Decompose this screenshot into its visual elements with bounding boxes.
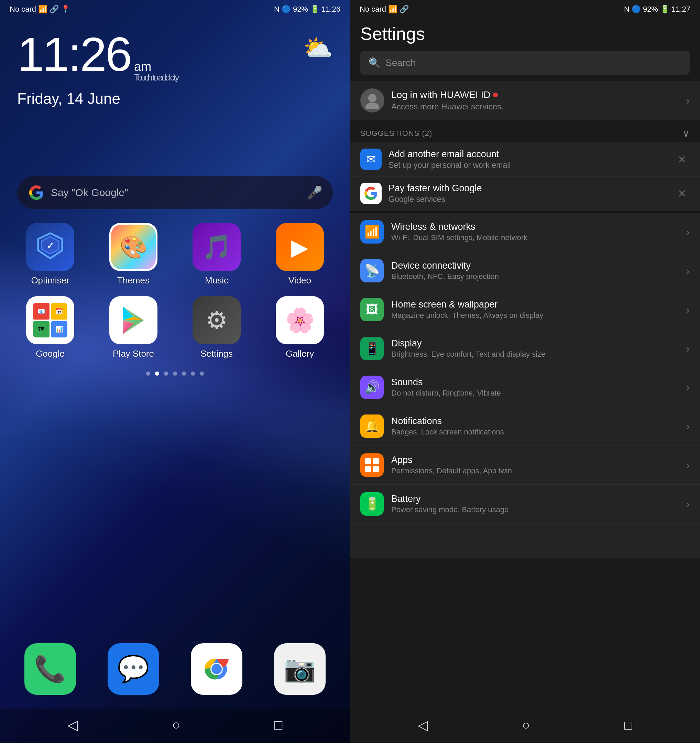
messages-icon: 💬 (108, 643, 159, 695)
app-grid-row1: ✓ Optimiser 🎨 Themes 🎵 Music ▶ (0, 216, 350, 293)
settings-time: 11:27 (672, 5, 690, 14)
wireless-icon: 📶 (360, 220, 384, 244)
svg-point-11 (368, 94, 377, 102)
google-search-bar[interactable]: Say "Ok Google" 🎤 (17, 176, 333, 209)
themes-label: Themes (117, 275, 149, 286)
wireless-subtitle: Wi-Fi, Dual SIM settings, Mobile network (391, 233, 527, 242)
notifications-title: Notifications (391, 416, 504, 426)
nfc-icon-right: N (624, 5, 629, 14)
settings-row-wireless[interactable]: 📶 Wireless & networks Wi-Fi, Dual SIM se… (350, 213, 700, 252)
no-card-label: No card (10, 5, 36, 14)
status-left: No card 📶 🔗 📍 (10, 5, 70, 14)
email-suggestion-close[interactable]: ✕ (674, 150, 690, 169)
dot-4 (173, 372, 177, 376)
signal-icon-right: 📶 (388, 5, 397, 14)
sounds-subtitle: Do not disturb, Ringtone, Vibrate (391, 389, 501, 398)
dock: 📞 💬 📷 (0, 636, 350, 709)
apps-subtitle: Permissions, Default apps, App twin (391, 466, 512, 475)
settings-header: Settings 🔍 Search (350, 16, 700, 80)
google-suggestion-icon (360, 183, 382, 204)
home-status-bar: No card 📶 🔗 📍 N 🔵 92% 🔋 11:26 (0, 0, 350, 16)
battery-icon-right: 🔋 (660, 5, 669, 14)
app-settings[interactable]: ⚙ Settings (180, 296, 253, 359)
app-optimiser[interactable]: ✓ Optimiser (14, 223, 87, 286)
settings-row-apps[interactable]: Apps Permissions, Default apps, App twin… (350, 446, 700, 485)
dot-5 (182, 372, 186, 376)
homescreen-text: Home screen & wallpaper Magazine unlock,… (391, 299, 543, 320)
email-suggestion-text: Add another email account Set up your pe… (388, 149, 511, 170)
google-label: Google (36, 348, 65, 359)
recent-button[interactable]: □ (274, 717, 282, 733)
settings-home-button[interactable]: ○ (522, 718, 530, 733)
suggestions-header[interactable]: SUGGESTIONS (2) ∨ (350, 121, 700, 142)
huawei-id-chevron: › (686, 94, 690, 107)
huawei-id-row[interactable]: Log in with HUAWEI ID Access more Huawei… (350, 81, 700, 120)
settings-search-placeholder: Search (385, 58, 416, 68)
settings-row-display[interactable]: 📱 Display Brightness, Eye comfort, Text … (350, 329, 700, 368)
google-pay-close[interactable]: ✕ (674, 184, 690, 203)
app-video[interactable]: ▶ Video (263, 223, 336, 286)
connectivity-icon: 📡 (360, 259, 384, 283)
settings-recent-button[interactable]: □ (625, 718, 632, 733)
home-button[interactable]: ○ (172, 717, 180, 733)
app-gallery[interactable]: 🌸 Gallery (263, 296, 336, 359)
dot-3 (164, 372, 168, 376)
connectivity-title: Device connectivity (391, 260, 499, 271)
clock-display: 11:26 am Touch to add city (17, 30, 333, 88)
mic-icon[interactable]: 🎤 (307, 185, 322, 200)
email-suggestion-subtitle: Set up your personal or work email (388, 161, 511, 170)
wireless-title: Wireless & networks (391, 222, 527, 232)
wireless-chevron: › (686, 226, 690, 238)
settings-row-sounds[interactable]: 🔊 Sounds Do not disturb, Ringtone, Vibra… (350, 368, 700, 407)
playstore-label: Play Store (113, 348, 154, 359)
bluetooth-icon-right: 🔵 (632, 5, 641, 14)
status-right: N 🔵 92% 🔋 11:26 (274, 5, 340, 14)
settings-row-home-screen[interactable]: 🖼 Home screen & wallpaper Magazine unloc… (350, 290, 700, 329)
gallery-label: Gallery (286, 348, 314, 359)
bluetooth-icon: 🔵 (282, 5, 291, 14)
suggestion-email[interactable]: ✉ Add another email account Set up your … (350, 142, 700, 176)
settings-title: Settings (360, 24, 690, 44)
weather-widget[interactable]: ⛅ (303, 34, 333, 62)
dot-1 (146, 372, 150, 376)
svg-rect-15 (365, 466, 371, 472)
clock-subtitle: Touch to add city (134, 73, 178, 82)
app-google[interactable]: 📧 📅 🗺 📊 Google (14, 296, 87, 359)
dock-phone[interactable]: 📞 (14, 643, 87, 695)
home-screen: No card 📶 🔗 📍 N 🔵 92% 🔋 11:26 11:26 am T… (0, 0, 350, 743)
app-music[interactable]: 🎵 Music (180, 223, 253, 286)
settings-status-bar: No card 📶 🔗 N 🔵 92% 🔋 11:27 (350, 0, 700, 16)
battery-chevron: › (686, 498, 690, 511)
settings-row-battery[interactable]: 🔋 Battery Power saving mode, Battery usa… (350, 485, 700, 524)
dock-camera[interactable]: 📷 (263, 643, 336, 695)
display-title: Display (391, 338, 545, 349)
camera-icon: 📷 (274, 643, 326, 695)
homescreen-icon: 🖼 (360, 298, 384, 321)
settings-battery: 92% (643, 5, 658, 14)
settings-row-device-connectivity[interactable]: 📡 Device connectivity Bluetooth, NFC, Ea… (350, 252, 700, 290)
back-button[interactable]: ◁ (67, 717, 78, 733)
notifications-chevron: › (686, 420, 690, 433)
google-logo (28, 184, 45, 201)
app-playstore[interactable]: Play Store (97, 296, 170, 359)
svg-text:✓: ✓ (47, 241, 54, 250)
apps-icon (360, 453, 384, 477)
sounds-chevron: › (686, 381, 690, 394)
nfc-icon: N (274, 5, 279, 14)
dock-chrome[interactable] (180, 643, 253, 695)
suggestion-google-pay[interactable]: Pay faster with Google Google services ✕ (350, 176, 700, 210)
bottom-padding (350, 524, 700, 558)
chrome-icon (191, 643, 242, 695)
phone-icon: 📞 (24, 643, 76, 695)
settings-search-bar[interactable]: 🔍 Search (360, 51, 690, 75)
dock-messages[interactable]: 💬 (97, 643, 170, 695)
settings-status-right: N 🔵 92% 🔋 11:27 (624, 5, 690, 14)
settings-row-notifications[interactable]: 🔔 Notifications Badges, Lock screen noti… (350, 407, 700, 446)
search-text: Say "Ok Google" (51, 187, 301, 198)
display-subtitle: Brightness, Eye comfort, Text and displa… (391, 350, 545, 359)
battery-text: Battery Power saving mode, Battery usage (391, 494, 508, 514)
clock-time-value: 11:26 (17, 30, 131, 78)
sounds-title: Sounds (391, 377, 501, 388)
settings-back-button[interactable]: ◁ (418, 718, 428, 733)
app-themes[interactable]: 🎨 Themes (97, 223, 170, 286)
